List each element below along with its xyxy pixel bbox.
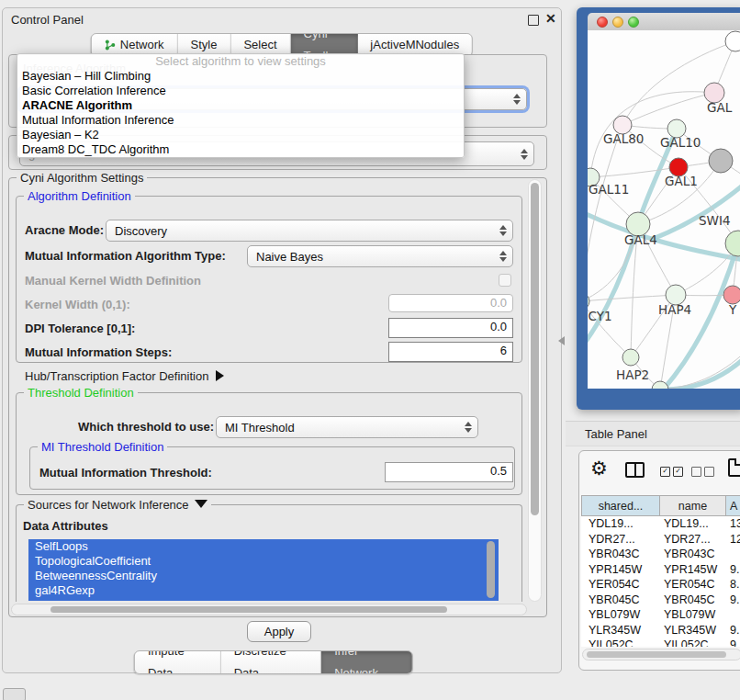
network-icon [105,40,116,51]
algorithm-option-selected[interactable]: ARACNE Algorithm [17,98,464,113]
settings-vscroll-thumb[interactable] [531,183,539,515]
attribute-item[interactable]: TopologicalCoefficient [28,554,499,569]
tab-infer-network[interactable]: Infer Network [321,651,412,673]
column-header-name[interactable]: name [660,495,726,516]
cell-name: YBR045C [660,593,726,608]
file-icon[interactable] [728,458,740,477]
tab-impute-data-label: Impute Data [148,650,207,674]
attribute-item[interactable]: BetweennessCentrality [28,569,499,583]
table-body: YDL19...YDL19...13 YDR27...YDR27...12 YB… [581,516,740,647]
network-window-titlebar[interactable] [588,13,740,31]
select-all-columns-icon[interactable]: ✓ ✓ [660,467,683,477]
node-label: GCY1 [588,309,612,323]
network-view-window: GAL GAL80 GAL10 GAL1 GAL11 GAL4 SWI4 GCY… [577,7,740,410]
close-icon[interactable]: ✕ [545,11,556,26]
algorithm-option[interactable]: Bayesian – K2 [17,128,464,142]
minimize-window-button[interactable] [612,17,623,28]
network-graph: GAL GAL80 GAL10 GAL1 GAL11 GAL4 SWI4 GCY… [588,30,740,389]
tab-discretize-data[interactable]: Discretize Data [221,651,322,673]
table-panel-header: Table Panel [566,421,740,446]
which-threshold-value: MI Threshold [225,421,295,435]
column-layout-icon[interactable] [625,462,645,478]
settings-vscroll-track[interactable] [528,179,542,602]
table-row[interactable]: YIL052CYIL052C9 [581,638,740,647]
aracne-mode-value: Discovery [115,224,167,238]
sources-title[interactable]: Sources for Network Inference [24,498,211,512]
network-node[interactable] [725,231,740,256]
network-node[interactable] [723,286,740,304]
tab-impute-data[interactable]: Impute Data [135,651,221,673]
collapsed-panel-button[interactable] [3,688,26,700]
deselect-all-columns-icon[interactable] [691,467,714,477]
algorithm-option[interactable]: Dream8 DC_TDC Algorithm [17,142,464,157]
network-node[interactable] [588,293,589,310]
mi-algorithm-type-select[interactable]: Naive Bayes [247,245,513,267]
cell-value: 8. [726,577,740,593]
settings-hscroll-track[interactable] [11,604,527,615]
cyni-mode-tabbar: Impute Data Discretize Data Infer Networ… [134,650,413,674]
table-row[interactable]: YBR043CYBR043C [581,547,740,562]
zoom-window-button[interactable] [628,17,639,28]
aracne-mode-select[interactable]: Discovery [106,220,513,242]
node-label: GAL1 [665,174,698,188]
mi-steps-field[interactable]: 6 [388,342,513,362]
table-row[interactable]: YLR345WYLR345W9. [581,623,740,638]
table-row[interactable]: YBL079WYBL079W [581,607,740,623]
network-node[interactable] [709,149,733,173]
cell-name: YIL052C [660,638,726,647]
cell-shared: YDR27... [581,532,660,548]
table-row[interactable]: YBR045CYBR045C9. [581,593,740,608]
cell-name: YPR145W [660,562,726,578]
attribute-item[interactable]: SelfLoops [28,539,499,554]
algorithm-option[interactable]: Mutual Information Inference [17,113,464,128]
mi-threshold-field[interactable]: 0.5 [385,462,513,482]
algorithm-option[interactable]: Basic Correlation Inference [17,84,464,98]
cyni-settings-title: Cyni Algorithm Settings [17,171,147,185]
network-node[interactable] [725,31,740,51]
cell-name: YER054C [660,577,726,593]
mi-steps-label: Mutual Information Steps: [25,345,172,359]
cell-shared: YPR145W [581,562,660,578]
table-row[interactable]: YER054CYER054C8. [581,577,740,593]
cell-value: 9. [726,623,740,638]
settings-hscroll-thumb[interactable] [50,606,447,613]
disclosure-right-icon [216,370,224,381]
apply-button[interactable]: Apply [247,621,311,642]
tab-discretize-data-label: Discretize Data [234,650,308,674]
algorithm-option[interactable]: Bayesian – Hill Climbing [17,69,464,84]
stepper-arrows-icon [521,149,528,160]
kernel-width-field[interactable]: 0.0 [388,294,513,312]
attribute-item[interactable]: gal4RGexp [28,583,499,598]
network-node[interactable] [622,349,639,366]
float-panel-icon[interactable] [528,15,539,26]
network-node[interactable] [652,381,668,389]
table-hscroll-track[interactable] [582,649,740,660]
unchecked-checkbox-icon [704,467,714,477]
hub-definition-label: Hub/Transcription Factor Definition [25,369,208,383]
table-row[interactable]: YPR145WYPR145W9. [581,562,740,578]
hub-definition-disclosure[interactable]: Hub/Transcription Factor Definition [25,369,224,383]
manual-kernel-width-label: Manual Kernel Width Definition [25,274,201,288]
column-header-partial[interactable]: A [726,495,740,516]
splitter-collapse-icon[interactable] [558,336,565,345]
data-attributes-list: SelfLoops TopologicalCoefficient Between… [28,539,499,601]
stepper-arrows-icon [499,225,507,236]
dpi-tolerance-field[interactable]: 0.0 [388,318,513,338]
column-header-shared[interactable]: shared... [581,495,660,516]
network-canvas[interactable]: GAL GAL80 GAL10 GAL1 GAL11 GAL4 SWI4 GCY… [588,30,740,389]
table-row[interactable]: YDR27...YDR27...12 [581,532,740,548]
manual-kernel-width-checkbox[interactable] [499,274,511,287]
table-hscroll-thumb[interactable] [587,651,726,658]
dpi-tolerance-label: DPI Tolerance [0,1]: [25,322,135,335]
attributes-scrollbar-thumb[interactable] [487,541,495,598]
kernel-width-label: Kernel Width (0,1): [25,298,130,311]
mi-threshold-definition-title: MI Threshold Definition [38,440,167,454]
table-row[interactable]: YDL19...YDL19...13 [581,516,740,532]
close-window-button[interactable] [597,17,608,28]
cell-shared: YDL19... [581,516,660,532]
cell-value: 9 [726,638,740,647]
cell-name: YDR27... [660,532,726,548]
gear-icon[interactable]: ⚙ [590,459,608,478]
cell-shared: YER054C [581,577,660,593]
which-threshold-select[interactable]: MI Threshold [216,416,478,438]
